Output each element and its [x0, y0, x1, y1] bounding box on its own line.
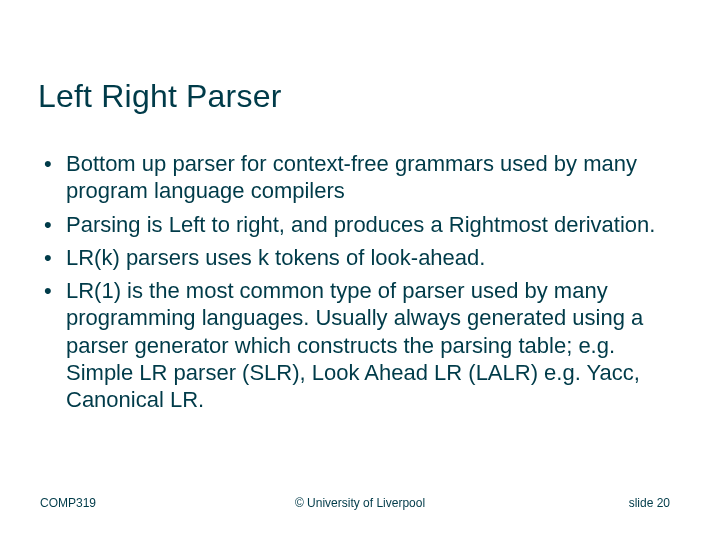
footer-copyright: © University of Liverpool	[295, 496, 425, 510]
footer-course-code: COMP319	[40, 496, 96, 510]
slide-title: Left Right Parser	[38, 78, 282, 115]
list-item: LR(1) is the most common type of parser …	[38, 277, 682, 413]
footer-slide-number: slide 20	[629, 496, 670, 510]
slide: Left Right Parser Bottom up parser for c…	[0, 0, 720, 540]
list-item: Bottom up parser for context-free gramma…	[38, 150, 682, 205]
bullet-list: Bottom up parser for context-free gramma…	[38, 150, 682, 413]
slide-body: Bottom up parser for context-free gramma…	[38, 150, 682, 419]
list-item: Parsing is Left to right, and produces a…	[38, 211, 682, 238]
list-item: LR(k) parsers uses k tokens of look-ahea…	[38, 244, 682, 271]
